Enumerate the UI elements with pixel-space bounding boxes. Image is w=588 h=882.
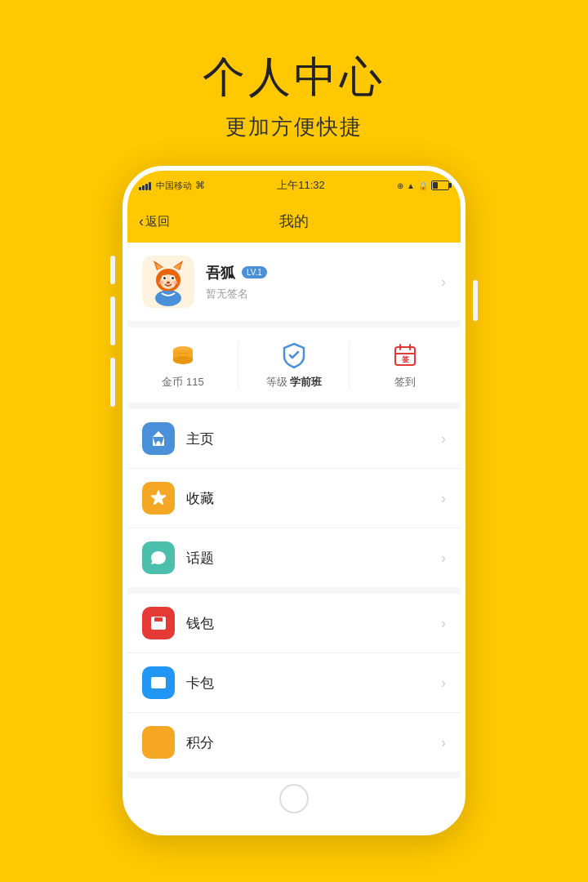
svg-point-12 — [167, 282, 170, 284]
menu-cards-label: 卡包 — [186, 674, 430, 693]
gps-icon: ⊕ — [397, 181, 403, 190]
back-button[interactable]: ‹ 返回 — [139, 213, 170, 230]
phone-screen: 中国移动 ⌘ 上午11:32 ⊕ ▲ 🔒 ‹ 返回 — [122, 166, 466, 835]
menu-points-label: 积分 — [186, 733, 430, 752]
profile-arrow-icon[interactable]: › — [441, 274, 446, 291]
status-right: ⊕ ▲ 🔒 — [397, 180, 449, 190]
nav-title: 我的 — [279, 212, 309, 231]
avatar — [142, 256, 194, 308]
page-header: 个人中心 更加方便快捷 — [203, 0, 385, 141]
stat-checkin[interactable]: 签 签到 — [350, 327, 461, 403]
menu-wallet-label: 钱包 — [186, 614, 430, 633]
profile-section[interactable]: 吾狐 LV.1 暂无签名 › — [127, 243, 461, 321]
svg-text:签: 签 — [402, 355, 410, 363]
content-area: 吾狐 LV.1 暂无签名 › — [127, 243, 461, 778]
menu-item-favorites[interactable]: 收藏 › — [127, 469, 461, 528]
svg-point-20 — [173, 356, 193, 364]
wallet-menu-icon — [149, 613, 168, 633]
svg-point-14 — [173, 281, 178, 284]
menu-favorites-label: 收藏 — [186, 489, 430, 508]
menu-home-arrow-icon: › — [441, 430, 446, 448]
shield-icon — [279, 341, 309, 370]
menu-cards-arrow-icon: › — [441, 675, 446, 692]
points-menu-icon — [149, 733, 168, 752]
phone-mockup: 中国移动 ⌘ 上午11:32 ⊕ ▲ 🔒 ‹ 返回 — [118, 166, 470, 835]
signal-icon — [139, 180, 151, 190]
menu-item-topics[interactable]: 话题 › — [127, 528, 461, 587]
wifi-icon: ⌘ — [195, 180, 205, 191]
stat-coin-label: 金币 115 — [162, 375, 203, 390]
home-menu-icon — [149, 429, 168, 448]
coin-icon — [168, 341, 198, 370]
menu-favorites-arrow-icon: › — [441, 490, 446, 507]
menu-item-points[interactable]: 积分 › — [127, 713, 461, 772]
checkin-icon: 签 — [390, 341, 420, 370]
card-menu-icon — [149, 673, 168, 693]
menu-item-home[interactable]: 主页 › — [127, 409, 461, 469]
power-button — [473, 280, 478, 321]
nav-bar: ‹ 返回 我的 — [127, 200, 461, 243]
menu-group-2: 钱包 › 卡包 › — [127, 594, 461, 772]
menu-item-wallet[interactable]: 钱包 › — [127, 594, 461, 653]
menu-group-1: 主页 › 收藏 › — [127, 409, 461, 587]
menu-points-arrow-icon: › — [441, 734, 446, 751]
avatar-image — [142, 256, 194, 308]
cards-menu-icon-wrap — [142, 666, 175, 699]
home-circle-icon[interactable] — [279, 784, 309, 813]
points-menu-icon-wrap — [142, 726, 175, 759]
vol-up-button — [110, 296, 115, 345]
stat-checkin-label: 签到 — [394, 375, 416, 390]
home-button-area — [127, 778, 461, 819]
menu-wallet-arrow-icon: › — [441, 615, 446, 632]
stat-coin[interactable]: 金币 115 — [127, 327, 238, 403]
status-left: 中国移动 ⌘ — [139, 180, 205, 192]
alarm-icon: ▲ — [407, 181, 415, 190]
menu-home-label: 主页 — [186, 430, 430, 448]
menu-topics-label: 话题 — [186, 549, 430, 568]
level-badge: LV.1 — [242, 266, 267, 278]
status-time: 上午11:32 — [277, 178, 325, 193]
favorites-menu-icon-wrap — [142, 482, 175, 514]
profile-name: 吾狐 — [206, 263, 235, 283]
profile-name-row: 吾狐 LV.1 — [206, 263, 430, 283]
profile-signature: 暂无签名 — [206, 287, 430, 301]
back-label: 返回 — [145, 214, 170, 229]
star-menu-icon — [149, 488, 168, 508]
page-title: 个人中心 — [203, 49, 385, 106]
home-menu-icon-wrap — [142, 422, 175, 455]
stats-section: 金币 115 等级 学前班 — [127, 327, 461, 403]
chat-menu-icon — [149, 548, 168, 568]
level-value: 学前班 — [290, 376, 322, 388]
lock-icon: 🔒 — [418, 181, 428, 190]
battery-icon — [431, 180, 449, 190]
svg-point-13 — [158, 281, 163, 284]
stat-level-label: 等级 学前班 — [266, 375, 323, 390]
menu-topics-arrow-icon: › — [441, 550, 446, 567]
carrier-label: 中国移动 — [156, 180, 192, 192]
mute-button — [110, 256, 115, 284]
menu-item-cards[interactable]: 卡包 › — [127, 653, 461, 713]
profile-info: 吾狐 LV.1 暂无签名 — [206, 263, 430, 301]
page-subtitle: 更加方便快捷 — [203, 113, 385, 141]
stat-level[interactable]: 等级 学前班 — [238, 327, 350, 403]
back-chevron-icon: ‹ — [139, 213, 144, 230]
svg-point-11 — [172, 277, 174, 279]
vol-down-button — [110, 358, 115, 407]
status-bar: 中国移动 ⌘ 上午11:32 ⊕ ▲ 🔒 — [127, 171, 461, 200]
svg-point-10 — [163, 277, 166, 279]
wallet-menu-icon-wrap — [142, 607, 175, 639]
topics-menu-icon-wrap — [142, 541, 175, 574]
